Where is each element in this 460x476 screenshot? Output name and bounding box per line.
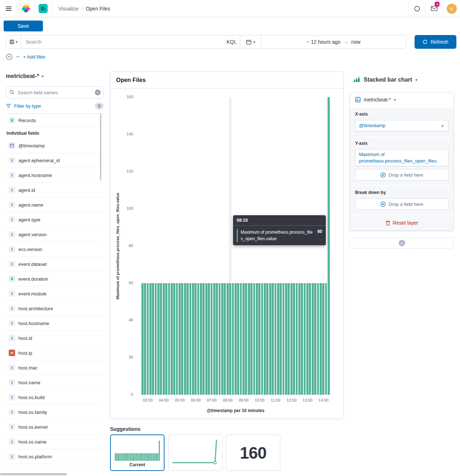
field-row[interactable]: tagent.name [6, 198, 104, 212]
suggestion-current[interactable]: Current [110, 434, 165, 471]
breadcrumb-visualize[interactable]: Visualize [58, 6, 79, 12]
bar-slot [160, 97, 162, 395]
break-down-drop-target[interactable]: Drop a field here [355, 198, 448, 210]
search-input[interactable] [21, 35, 223, 48]
bar-slot [154, 97, 157, 395]
mini-bar [128, 453, 130, 461]
filter-icon[interactable] [6, 53, 13, 60]
field-row[interactable]: thost.architecture [6, 301, 104, 316]
bar-slot [274, 97, 277, 395]
bar-slot [327, 97, 330, 395]
field-row[interactable]: tagent.ephemeral_id [6, 153, 104, 168]
bar-slot [285, 97, 287, 395]
field-sidebar: metricbeat-* ▾ × Filter by type 0 [6, 71, 104, 476]
index-pattern-switcher[interactable]: metricbeat-* ▾ [6, 71, 104, 82]
suggestion-line-chart[interactable] [168, 434, 223, 471]
saved-query-menu-button[interactable]: ▾ [6, 35, 21, 48]
bar-slot [293, 97, 295, 395]
date-picker-button[interactable]: ▾ [240, 35, 261, 48]
elastic-logo[interactable] [17, 0, 35, 17]
bar-slot [232, 97, 234, 395]
refresh-button[interactable]: Refresh [415, 35, 456, 49]
field-row[interactable]: tevent.module [6, 286, 104, 301]
y-axis-field-pill[interactable]: Maximum of prometheus.process_files_open… [355, 149, 448, 166]
field-row[interactable]: thost.os.platform [6, 449, 104, 464]
field-row[interactable]: tagent.type [6, 212, 104, 227]
bar-slot [282, 97, 285, 395]
mini-bar [115, 453, 116, 461]
reset-layer-button[interactable]: Reset layer [350, 215, 454, 230]
mini-bar [136, 453, 137, 461]
string-field-icon: t [9, 453, 15, 460]
bar-slot [237, 97, 240, 395]
date-range-button[interactable]: ~ 12 hours ago → now [261, 35, 406, 48]
newsfeed-button[interactable] [425, 0, 443, 17]
plus-circle-icon [380, 202, 386, 207]
field-row[interactable]: thost.os.family [6, 405, 104, 420]
horizontal-scrollbar[interactable] [0, 473, 67, 475]
bar [237, 283, 239, 395]
query-language-button[interactable]: KQL [223, 35, 240, 48]
bar-slot [197, 97, 200, 395]
chart-type-switcher[interactable]: Stacked bar chart ▾ [353, 76, 417, 83]
chevron-down-icon: ▾ [394, 98, 396, 102]
bar [290, 283, 293, 395]
chart-plot[interactable] [141, 97, 330, 395]
bar-slot [317, 97, 319, 395]
field-name: host.architecture [18, 306, 53, 311]
field-row[interactable]: thost.os.kernel [6, 420, 104, 434]
help-button[interactable] [408, 0, 425, 17]
y-axis-drop-target[interactable]: Drop a field here [355, 169, 448, 181]
records-row[interactable]: # Records [6, 114, 104, 127]
bar-slot [263, 97, 266, 395]
x-tick-label: 04:00 [159, 398, 169, 402]
field-row[interactable]: tagent.id [6, 183, 104, 198]
field-row[interactable]: thost.hostname [6, 316, 104, 331]
suggestion-metric[interactable]: 160 [226, 434, 280, 471]
save-button[interactable]: Save [4, 21, 43, 31]
sidebar-scrollbar[interactable] [100, 114, 101, 181]
space-selector[interactable]: D [35, 0, 52, 17]
field-search-input[interactable] [6, 86, 104, 99]
field-row[interactable]: tecs.version [6, 242, 104, 257]
chart-area[interactable]: Maximum of prometheus.process_files_open… [110, 89, 343, 419]
field-row[interactable]: #event.duration [6, 272, 104, 286]
x-axis-field: @timestamp [359, 121, 440, 131]
field-row[interactable]: thost.os.name [6, 434, 104, 449]
layer-index-pattern-button[interactable]: metricbeat-* ▾ [350, 92, 454, 107]
field-row[interactable]: thost.name [6, 375, 104, 390]
field-row[interactable]: thost.id [6, 331, 104, 346]
bar [314, 283, 316, 395]
x-axis-section: X-axis @timestamp × [350, 107, 454, 136]
field-row[interactable]: tagent.hostname [6, 168, 104, 183]
field-row[interactable]: thost.mac [6, 360, 104, 375]
bar-slot [288, 97, 290, 395]
number-field-icon: # [9, 276, 15, 282]
field-name: ecs.version [18, 247, 42, 252]
bar-slot [226, 97, 229, 395]
field-name: agent.type [18, 217, 40, 222]
filter-by-type-button[interactable]: Filter by type 0 [6, 99, 104, 114]
string-field-icon: t [9, 379, 15, 386]
string-field-icon: t [9, 202, 15, 208]
field-row[interactable]: IPhost.ip [6, 346, 104, 360]
bar [293, 283, 295, 395]
bar-slot [216, 97, 218, 395]
user-menu-button[interactable]: e [443, 0, 460, 17]
add-layer-button[interactable]: + [350, 238, 454, 248]
bar [258, 283, 260, 395]
x-axis-field-pill[interactable]: @timestamp × [355, 120, 448, 131]
field-row[interactable]: tagent.version [6, 227, 104, 242]
field-row[interactable]: tevent.dataset [6, 257, 104, 272]
bar-slot [162, 97, 165, 395]
bar-slot [200, 97, 202, 395]
bar-slot [301, 97, 303, 395]
clear-search-icon[interactable]: × [95, 90, 101, 95]
y-tick-label: 60 [129, 281, 133, 285]
bar-slot [168, 97, 170, 395]
field-row[interactable]: @timestamp [6, 138, 104, 153]
remove-field-icon[interactable]: × [440, 122, 445, 129]
add-filter-button[interactable]: + Add filter [23, 54, 45, 60]
field-row[interactable]: thost.os.build [6, 390, 104, 405]
menu-button[interactable] [0, 0, 17, 17]
